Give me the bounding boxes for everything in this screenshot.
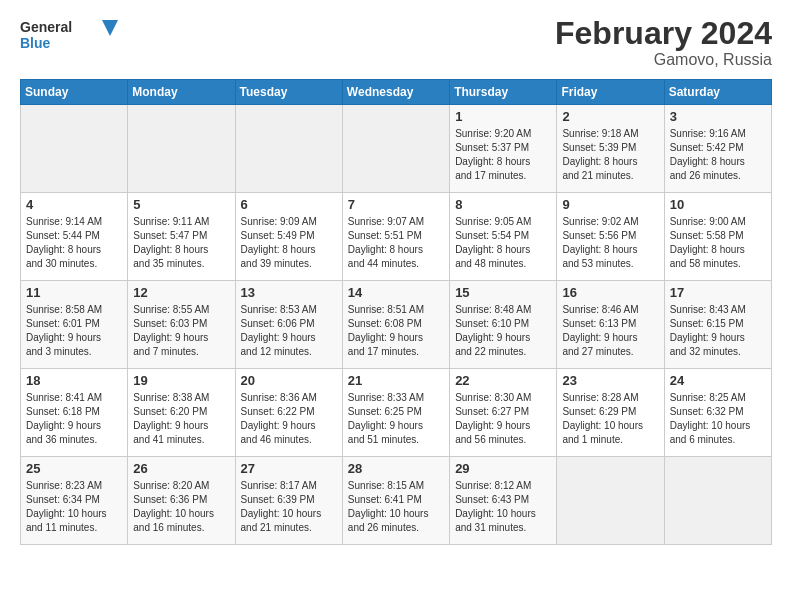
- day-number: 12: [133, 285, 229, 300]
- info-line: and 22 minutes.: [455, 346, 526, 357]
- info-line: Sunset: 5:37 PM: [455, 142, 529, 153]
- calendar-cell: [557, 457, 664, 545]
- info-line: Sunrise: 9:14 AM: [26, 216, 102, 227]
- day-number: 25: [26, 461, 122, 476]
- info-line: Sunrise: 9:18 AM: [562, 128, 638, 139]
- info-line: and 39 minutes.: [241, 258, 312, 269]
- info-line: and 12 minutes.: [241, 346, 312, 357]
- day-number: 10: [670, 197, 766, 212]
- day-number: 20: [241, 373, 337, 388]
- day-number: 3: [670, 109, 766, 124]
- info-line: and 36 minutes.: [26, 434, 97, 445]
- info-line: Daylight: 9 hours: [133, 420, 208, 431]
- info-line: and 1 minute.: [562, 434, 623, 445]
- day-number: 19: [133, 373, 229, 388]
- calendar-cell: 1Sunrise: 9:20 AMSunset: 5:37 PMDaylight…: [450, 105, 557, 193]
- calendar-cell: 17Sunrise: 8:43 AMSunset: 6:15 PMDayligh…: [664, 281, 771, 369]
- title-block: February 2024 Gamovo, Russia: [555, 16, 772, 69]
- day-info: Sunrise: 9:00 AMSunset: 5:58 PMDaylight:…: [670, 215, 766, 271]
- info-line: and 56 minutes.: [455, 434, 526, 445]
- day-number: 21: [348, 373, 444, 388]
- day-info: Sunrise: 8:33 AMSunset: 6:25 PMDaylight:…: [348, 391, 444, 447]
- day-number: 11: [26, 285, 122, 300]
- day-number: 28: [348, 461, 444, 476]
- day-number: 18: [26, 373, 122, 388]
- info-line: Daylight: 9 hours: [26, 420, 101, 431]
- info-line: Daylight: 9 hours: [348, 420, 423, 431]
- day-info: Sunrise: 8:46 AMSunset: 6:13 PMDaylight:…: [562, 303, 658, 359]
- calendar-cell: [664, 457, 771, 545]
- info-line: Daylight: 10 hours: [670, 420, 751, 431]
- weekday-header: Tuesday: [235, 80, 342, 105]
- info-line: and 48 minutes.: [455, 258, 526, 269]
- info-line: and 16 minutes.: [133, 522, 204, 533]
- day-number: 29: [455, 461, 551, 476]
- info-line: Sunset: 6:27 PM: [455, 406, 529, 417]
- day-info: Sunrise: 8:20 AMSunset: 6:36 PMDaylight:…: [133, 479, 229, 535]
- calendar-cell: 6Sunrise: 9:09 AMSunset: 5:49 PMDaylight…: [235, 193, 342, 281]
- info-line: Sunset: 5:54 PM: [455, 230, 529, 241]
- calendar-cell: 18Sunrise: 8:41 AMSunset: 6:18 PMDayligh…: [21, 369, 128, 457]
- calendar-cell: 25Sunrise: 8:23 AMSunset: 6:34 PMDayligh…: [21, 457, 128, 545]
- info-line: Sunrise: 9:20 AM: [455, 128, 531, 139]
- info-line: Sunset: 6:43 PM: [455, 494, 529, 505]
- info-line: Sunset: 6:39 PM: [241, 494, 315, 505]
- calendar-cell: 15Sunrise: 8:48 AMSunset: 6:10 PMDayligh…: [450, 281, 557, 369]
- info-line: Sunrise: 8:38 AM: [133, 392, 209, 403]
- info-line: Daylight: 8 hours: [562, 156, 637, 167]
- info-line: Sunset: 5:44 PM: [26, 230, 100, 241]
- info-line: Sunset: 6:03 PM: [133, 318, 207, 329]
- info-line: Daylight: 8 hours: [670, 244, 745, 255]
- info-line: and 32 minutes.: [670, 346, 741, 357]
- calendar-cell: 11Sunrise: 8:58 AMSunset: 6:01 PMDayligh…: [21, 281, 128, 369]
- calendar-cell: 19Sunrise: 8:38 AMSunset: 6:20 PMDayligh…: [128, 369, 235, 457]
- calendar-cell: [128, 105, 235, 193]
- calendar-cell: 24Sunrise: 8:25 AMSunset: 6:32 PMDayligh…: [664, 369, 771, 457]
- info-line: Daylight: 8 hours: [241, 244, 316, 255]
- info-line: Daylight: 8 hours: [455, 244, 530, 255]
- logo-icon: General Blue: [20, 16, 120, 58]
- day-number: 1: [455, 109, 551, 124]
- info-line: Sunset: 5:56 PM: [562, 230, 636, 241]
- day-info: Sunrise: 8:28 AMSunset: 6:29 PMDaylight:…: [562, 391, 658, 447]
- day-number: 6: [241, 197, 337, 212]
- calendar-cell: [235, 105, 342, 193]
- info-line: and 26 minutes.: [670, 170, 741, 181]
- info-line: Daylight: 9 hours: [26, 332, 101, 343]
- info-line: Sunset: 5:39 PM: [562, 142, 636, 153]
- day-number: 16: [562, 285, 658, 300]
- calendar-cell: 14Sunrise: 8:51 AMSunset: 6:08 PMDayligh…: [342, 281, 449, 369]
- weekday-header: Saturday: [664, 80, 771, 105]
- day-info: Sunrise: 8:43 AMSunset: 6:15 PMDaylight:…: [670, 303, 766, 359]
- info-line: Daylight: 9 hours: [133, 332, 208, 343]
- info-line: Sunset: 6:34 PM: [26, 494, 100, 505]
- info-line: Daylight: 10 hours: [133, 508, 214, 519]
- info-line: Sunset: 6:10 PM: [455, 318, 529, 329]
- info-line: Sunrise: 9:16 AM: [670, 128, 746, 139]
- weekday-header: Wednesday: [342, 80, 449, 105]
- day-info: Sunrise: 8:48 AMSunset: 6:10 PMDaylight:…: [455, 303, 551, 359]
- info-line: Sunset: 5:47 PM: [133, 230, 207, 241]
- location-title: Gamovo, Russia: [555, 51, 772, 69]
- calendar-cell: 12Sunrise: 8:55 AMSunset: 6:03 PMDayligh…: [128, 281, 235, 369]
- logo: General Blue: [20, 16, 120, 58]
- day-info: Sunrise: 9:02 AMSunset: 5:56 PMDaylight:…: [562, 215, 658, 271]
- info-line: Sunrise: 8:43 AM: [670, 304, 746, 315]
- day-info: Sunrise: 8:53 AMSunset: 6:06 PMDaylight:…: [241, 303, 337, 359]
- info-line: and 31 minutes.: [455, 522, 526, 533]
- info-line: Sunset: 6:32 PM: [670, 406, 744, 417]
- calendar-cell: 20Sunrise: 8:36 AMSunset: 6:22 PMDayligh…: [235, 369, 342, 457]
- month-title: February 2024: [555, 16, 772, 51]
- svg-text:General: General: [20, 19, 72, 35]
- info-line: Sunrise: 8:48 AM: [455, 304, 531, 315]
- calendar-cell: 13Sunrise: 8:53 AMSunset: 6:06 PMDayligh…: [235, 281, 342, 369]
- info-line: and 17 minutes.: [348, 346, 419, 357]
- svg-text:Blue: Blue: [20, 35, 51, 51]
- day-number: 24: [670, 373, 766, 388]
- info-line: Daylight: 8 hours: [562, 244, 637, 255]
- info-line: Sunset: 6:15 PM: [670, 318, 744, 329]
- svg-marker-2: [102, 20, 118, 36]
- info-line: Sunrise: 8:23 AM: [26, 480, 102, 491]
- day-number: 15: [455, 285, 551, 300]
- info-line: and 11 minutes.: [26, 522, 97, 533]
